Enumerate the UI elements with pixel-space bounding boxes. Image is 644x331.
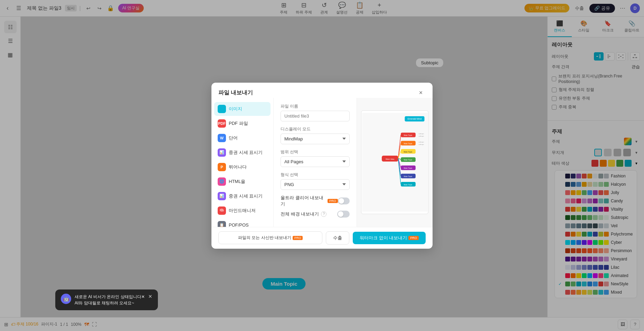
format-select[interactable]: PNG [281,179,350,190]
nav-stock2-icon: 📊 [218,192,226,200]
nav-item-image[interactable]: 🖼 이미지 [214,102,271,116]
ultra-pro-badge: PRO [328,199,338,203]
toast-notification: 🤖 새로운 AI 비서가 온라인 상태입니다✕ AI와 맘대릴로 채팅하려 오세… [55,289,158,310]
bg-info-icon[interactable]: ? [321,211,326,217]
svg-text:Main Topic: Main Topic [404,159,412,161]
bg-toggle-row: 전체 배경 내보내기 ? [281,211,350,218]
modal-body: 🖼 이미지 PDF PDF 파일 W 단어 📊 중권 시세 표시기 P [211,98,433,227]
ultra-toggle[interactable] [338,197,350,204]
preview-image: Emerald Mind Main Idea Main Topic Main T… [361,110,428,214]
svg-text:subtopic: subtopic [418,141,424,143]
bg-toggle[interactable] [337,211,350,218]
export-modal: 파일 내보내기 × 🖼 이미지 PDF PDF 파일 W 단어 📊 [211,83,433,249]
nav-item-ppt[interactable]: P 뛰어나다 [214,160,271,174]
bg-label: 전체 배경 내보내기 ? [281,211,326,217]
svg-text:subtopic: subtopic [418,135,424,137]
nav-pof-icon: 📋 [218,221,226,227]
nav-stock1-icon: 📊 [218,148,226,157]
watermark-pro-badge: PRO [408,236,419,240]
svg-text:subtopic: subtopic [418,133,424,135]
nav-item-pdf[interactable]: PDF PDF 파일 [214,117,271,130]
nav-word-icon: W [218,134,226,142]
svg-text:Main Idea: Main Idea [386,158,395,160]
filename-input[interactable] [281,111,350,121]
modal-nav: 🖼 이미지 PDF PDF 파일 W 단어 📊 중권 시세 표시기 P [211,98,274,227]
preview-mindmap: Emerald Mind Main Idea Main Topic Main T… [362,112,428,212]
ultra-label: 울트라 클리어 내보내기 PRO [281,195,338,207]
bg-toggle-knob [338,211,343,217]
all-export-label: 파일의 모는 사신반 내보내기 [238,235,291,241]
svg-text:Emerald Mind: Emerald Mind [407,118,422,120]
nav-ppt-icon: P [218,163,226,171]
ultra-toggle-row: 울트라 클리어 내보내기 PRO [281,195,350,207]
modal-footer: 파일의 모는 사신반 내보내기 PRO 수출 워터마크 없이 내보내기 PRO [211,227,433,249]
svg-text:Main Topic: Main Topic [404,167,412,169]
nav-pof-label: POF/POS [229,222,249,227]
nav-item-stock1[interactable]: 📊 중권 시세 표시기 [214,146,271,159]
ultra-label-text: 울트라 클리어 내보내기 [281,195,325,207]
display-label: 디스플레이 모드 [281,126,350,132]
nav-item-pof[interactable]: 📋 POF/POS [214,218,271,227]
all-export-button[interactable]: 파일의 모는 사신반 내보내기 PRO [218,231,322,244]
nav-html-label: HTML을 [229,178,245,185]
svg-text:Main Topic: Main Topic [404,184,412,186]
nav-ppt-label: 뛰어나다 [229,164,247,170]
nav-image-icon: 🖼 [218,105,226,113]
format-group: 형식 선택 PNG [281,172,350,190]
svg-text:Main Topic: Main Topic [404,134,412,136]
nav-stock1-label: 중권 시세 표시기 [229,149,263,156]
nav-pdf-icon: PDF [218,119,226,128]
nav-item-html[interactable]: 🌐 HTML을 [214,175,271,189]
modal-overlay: 파일 내보내기 × 🖼 이미지 PDF PDF 파일 W 단어 📊 [0,0,644,331]
nav-item-word[interactable]: W 단어 [214,131,271,145]
nav-image-label: 이미지 [229,106,242,112]
display-group: 디스플레이 모드 MindMap [281,126,350,144]
toast-line2: AI와 맘대릴로 채팅하려 오세요~ [75,300,145,306]
svg-text:Main Topic: Main Topic [404,142,412,145]
nav-html-icon: 🌐 [218,177,226,186]
nav-item-mindmgr[interactable]: 🧠 마인드매니저 [214,204,271,218]
nav-mindmgr-icon: 🧠 [218,206,226,215]
all-export-pro-badge: PRO [293,236,303,240]
svg-text:Main Topic: Main Topic [404,175,412,177]
range-group: 범위 선택 All Pages [281,149,350,167]
modal-preview: Emerald Mind Main Idea Main Topic Main T… [357,98,433,227]
nav-mindmgr-label: 마인드매니저 [229,208,256,214]
nav-stock2-label: 중권 시세 표시기 [229,193,263,199]
svg-text:Main Topic: Main Topic [404,151,412,153]
svg-text:subtopic: subtopic [418,144,424,145]
toast-close-button[interactable]: ✕ [148,294,152,299]
modal-close-button[interactable]: × [416,88,426,98]
filename-label: 파일 이름 [281,103,350,109]
watermark-export-button[interactable]: 워터마크 없이 내보내기 PRO [353,232,426,244]
filename-group: 파일 이름 [281,103,350,121]
toast-text: 새로운 AI 비서가 온라인 상태입니다✕ AI와 맘대릴로 채팅하려 오세요~ [75,294,145,306]
nav-word-label: 단어 [229,135,238,141]
toast-avatar: 🤖 [61,294,71,304]
ultra-toggle-knob [339,198,344,204]
format-label: 형식 선택 [281,172,350,178]
modal-form: 파일 이름 디스플레이 모드 MindMap 범위 선택 All Pages [274,98,357,227]
watermark-export-label: 워터마크 없이 내보내기 [360,235,407,241]
export-action-button[interactable]: 수출 [326,231,349,245]
range-label: 범위 선택 [281,149,350,155]
modal-header: 파일 내보내기 × [211,83,433,98]
display-select[interactable]: MindMap [281,134,350,144]
bg-label-text: 전체 배경 내보내기 [281,211,319,217]
toast-line1: 새로운 AI 비서가 온라인 상태입니다✕ [75,294,145,300]
nav-item-stock2[interactable]: 📊 중권 시세 표시기 [214,189,271,203]
range-select[interactable]: All Pages [281,156,350,167]
nav-pdf-label: PDF 파일 [229,120,248,127]
svg-rect-16 [362,113,428,212]
modal-title: 파일 내보내기 [218,89,253,96]
